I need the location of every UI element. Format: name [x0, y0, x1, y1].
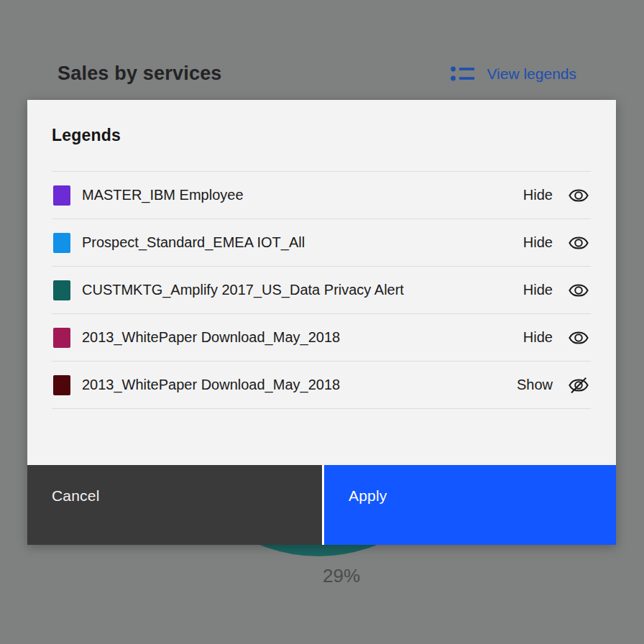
legend-swatch: [53, 280, 70, 300]
legend-list-icon: [451, 63, 474, 85]
apply-button[interactable]: Apply: [324, 465, 616, 545]
modal-backdrop: Sales by services View legends 29% Legen…: [0, 0, 644, 644]
legend-toggle-label[interactable]: Hide: [523, 234, 553, 251]
eye-off-icon[interactable]: [568, 375, 589, 395]
legend-swatch: [53, 328, 70, 348]
legend-row[interactable]: 2013_WhitePaper Download_May_2018 Hide: [52, 314, 591, 362]
legends-modal: Legends MASTER_IBM Employee Hide Prospec…: [27, 100, 616, 545]
legend-toggle-label[interactable]: Hide: [523, 282, 553, 298]
eye-icon[interactable]: [568, 328, 589, 348]
legend-list: MASTER_IBM Employee Hide Prospect_Standa…: [52, 171, 591, 409]
legend-swatch: [53, 233, 70, 253]
legend-toggle-label[interactable]: Show: [517, 377, 553, 393]
modal-title: Legends: [52, 126, 121, 145]
legend-toggle-label[interactable]: Hide: [523, 329, 553, 346]
view-legends-label: View legends: [487, 65, 576, 83]
eye-icon[interactable]: [568, 280, 589, 300]
page-title: Sales by services: [58, 63, 222, 85]
legend-label: 2013_WhitePaper Download_May_2018: [82, 377, 340, 393]
legend-label: MASTER_IBM Employee: [82, 187, 244, 203]
cancel-button[interactable]: Cancel: [27, 465, 322, 545]
legend-row[interactable]: 2013_WhitePaper Download_May_2018 Show: [52, 362, 591, 409]
eye-icon[interactable]: [568, 233, 589, 253]
modal-footer: Cancel Apply: [27, 465, 616, 545]
view-legends-button[interactable]: View legends: [451, 63, 576, 85]
legend-label: 2013_WhitePaper Download_May_2018: [82, 329, 340, 346]
legend-row[interactable]: CUSTMKTG_Amplify 2017_US_Data Privacy Al…: [52, 267, 591, 314]
legend-toggle-label[interactable]: Hide: [523, 187, 553, 203]
legend-swatch: [53, 375, 70, 395]
donut-chart-value: 29%: [305, 565, 377, 587]
legend-swatch: [53, 185, 70, 206]
legend-row[interactable]: MASTER_IBM Employee Hide: [52, 172, 591, 219]
legend-row[interactable]: Prospect_Standard_EMEA IOT_All Hide: [52, 219, 591, 267]
legend-label: CUSTMKTG_Amplify 2017_US_Data Privacy Al…: [82, 282, 404, 298]
legend-label: Prospect_Standard_EMEA IOT_All: [82, 234, 305, 251]
eye-icon[interactable]: [568, 185, 589, 206]
